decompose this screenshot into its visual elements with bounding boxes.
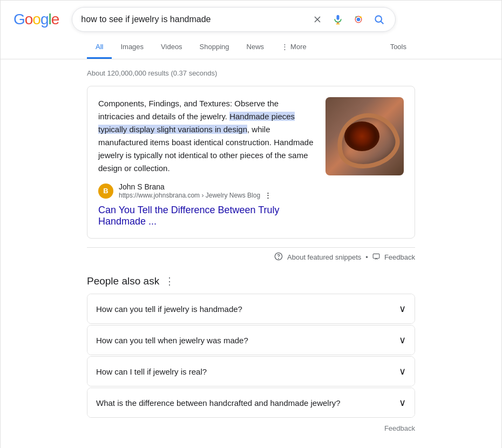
paa-item-4: What is the difference between handcraft… xyxy=(87,388,415,418)
svg-point-5 xyxy=(357,18,361,22)
results-area: About 120,000,000 results (0.37 seconds)… xyxy=(1,59,501,448)
jewelry-image xyxy=(325,97,404,175)
paa-question-text-1: How can you tell if jewelry is handmade? xyxy=(96,304,242,314)
tab-news[interactable]: News xyxy=(238,36,273,59)
paa-question-text-2: How can you tell when jewelry was made? xyxy=(96,336,248,345)
paa-question-3[interactable]: How can I tell if jewelry is real? ∨ xyxy=(87,357,415,386)
logo-letter-o2: o xyxy=(32,11,40,28)
svg-rect-12 xyxy=(373,254,379,258)
svg-point-7 xyxy=(360,16,362,18)
svg-rect-2 xyxy=(337,15,340,20)
feedback-icon xyxy=(372,253,380,262)
featured-snippet: Components, Findings, and Textures: Obse… xyxy=(87,86,415,239)
tab-tools[interactable]: Tools xyxy=(382,36,415,59)
source-menu-button[interactable]: ⋮ xyxy=(262,191,274,199)
source-details: John S Brana https://www.johnsbrana.com … xyxy=(119,182,315,199)
footer-dot: • xyxy=(365,253,368,261)
results-count: About 120,000,000 results (0.37 seconds) xyxy=(87,64,415,86)
paa-chevron-2: ∨ xyxy=(399,334,406,346)
search-button[interactable] xyxy=(371,12,386,27)
snippet-body: Components, Findings, and Textures: Obse… xyxy=(98,97,315,175)
voice-search-button[interactable] xyxy=(330,12,345,27)
paa-question-text-3: How can I tell if jewelry is real? xyxy=(96,367,207,376)
paa-question-text-4: What is the difference between handcraft… xyxy=(96,398,341,408)
paa-chevron-4: ∨ xyxy=(399,397,406,409)
clear-search-button[interactable] xyxy=(310,12,325,27)
paa-question-1[interactable]: How can you tell if jewelry is handmade?… xyxy=(87,294,415,323)
question-icon xyxy=(274,252,283,262)
source-url: https://www.johnsbrana.com › Jewelry New… xyxy=(119,191,315,199)
paa-item-2: How can you tell when jewelry was made? … xyxy=(87,325,415,355)
svg-point-8 xyxy=(376,16,382,22)
logo-letter-o1: o xyxy=(25,11,33,28)
search-bar: how to see if jewelry is handmade xyxy=(72,7,396,32)
paa-chevron-1: ∨ xyxy=(399,303,406,315)
tab-images[interactable]: Images xyxy=(112,36,152,59)
image-search-button[interactable] xyxy=(351,12,366,27)
search-tabs: All Images Videos Shopping News ⋮ More T… xyxy=(1,36,501,59)
snippet-text-area: Components, Findings, and Textures: Obse… xyxy=(98,97,315,227)
svg-line-9 xyxy=(381,22,384,24)
result-link[interactable]: Can You Tell the Difference Between Trul… xyxy=(98,205,315,227)
source-favicon: B xyxy=(98,184,113,199)
tab-more[interactable]: ⋮ More xyxy=(273,36,315,59)
svg-point-11 xyxy=(279,259,279,259)
more-dots-icon: ⋮ xyxy=(281,43,288,51)
paa-title: People also ask xyxy=(87,275,159,287)
logo-letter-e: e xyxy=(51,11,59,28)
tab-videos[interactable]: Videos xyxy=(152,36,191,59)
people-also-ask-section: People also ask ⋮ How can you tell if je… xyxy=(87,275,415,418)
tab-shopping[interactable]: Shopping xyxy=(191,36,238,59)
snippet-footer: About featured snippets • Feedback xyxy=(87,247,415,264)
snippet-feedback-label[interactable]: Feedback xyxy=(384,253,415,261)
search-icon xyxy=(374,14,384,25)
close-icon xyxy=(312,14,323,25)
source-info: B John S Brana https://www.johnsbrana.co… xyxy=(98,182,315,199)
paa-header: People also ask ⋮ xyxy=(87,275,415,287)
google-logo[interactable]: Google xyxy=(13,11,59,28)
search-input[interactable]: how to see if jewelry is handmade xyxy=(81,15,304,24)
microphone-icon xyxy=(333,14,343,25)
camera-icon xyxy=(353,14,364,25)
paa-menu-icon[interactable]: ⋮ xyxy=(165,275,174,287)
bottom-feedback[interactable]: Feedback xyxy=(87,419,415,438)
logo-letter-g2: g xyxy=(40,11,49,28)
source-menu-icon: ⋮ xyxy=(264,191,272,199)
paa-chevron-3: ∨ xyxy=(399,365,406,377)
paa-item-1: How can you tell if jewelry is handmade?… xyxy=(87,294,415,324)
about-snippets-label[interactable]: About featured snippets xyxy=(287,253,361,261)
tab-all[interactable]: All xyxy=(87,36,112,59)
logo-letter-g: G xyxy=(13,11,25,28)
paa-item-3: How can I tell if jewelry is real? ∨ xyxy=(87,356,415,386)
paa-question-2[interactable]: How can you tell when jewelry was made? … xyxy=(87,325,415,355)
source-name: John S Brana xyxy=(119,182,315,191)
paa-question-4[interactable]: What is the difference between handcraft… xyxy=(87,388,415,417)
